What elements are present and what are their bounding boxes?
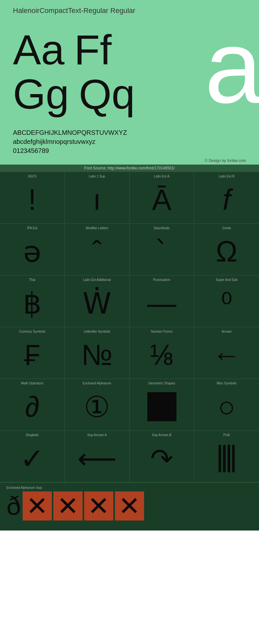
glyph-label-latinextb: Latin Ext B: [197, 175, 256, 178]
glyph-char-suparrowsa: ⟵: [68, 438, 126, 479]
glyph-label-currency: Currency Symbols: [3, 330, 61, 333]
glyph-cell-diacriticals: Diacriticals ˋ: [130, 224, 194, 275]
glyph-char-latin1sup: ı: [68, 179, 126, 220]
glyph-char-diacriticals: ˋ: [133, 231, 191, 272]
glyph-cell-latinextadd: Latin Ext Additional Ẇ: [65, 275, 130, 327]
glyph-label-suparrowsb: Sup Arrows B: [133, 433, 191, 437]
vert-bar-1: [219, 445, 221, 472]
hero-char-aa: Aa: [13, 28, 64, 72]
glyph-cell-modletters: Modifier Letters ˆ: [65, 224, 130, 275]
glyph-cell-latin1sup: Latin 1 Sup ı: [65, 172, 130, 224]
enc-sup-label: Enclosed Alphanum Sup: [0, 486, 259, 491]
glyph-cell-greek: Greek Ω: [194, 224, 259, 275]
alphabet-lowercase: abcdefghijklmnopqrstuvwxyz: [13, 137, 246, 146]
glyph-label-pua: PUA: [197, 433, 256, 437]
glyph-char-ipaext: ə: [3, 231, 61, 272]
glyph-cell-superandsub: Super And Sub ⁰: [194, 275, 259, 327]
copyright-line: © Design by fontke.com: [0, 157, 259, 165]
hero-char-gg: Gg: [13, 72, 69, 116]
enc-sup-char-2: ✕: [53, 491, 83, 521]
hero-row-1: Aa Ff: [13, 28, 135, 72]
glyph-char-numberforms: ⅛: [133, 335, 191, 375]
glyph-cell-latinexta: Latin Ext A Ā: [130, 172, 194, 224]
glyph-cell-miscsymbols: Misc Symbols ○: [194, 379, 259, 431]
glyph-cell-arrows: Arrows ←: [194, 327, 259, 379]
glyph-label-suparrowsa: Sup Arrows A: [68, 433, 126, 437]
glyph-char-superandsub: ⁰: [197, 283, 256, 324]
enc-sup-chars: ð ✕ ✕ ✕ ✕: [0, 491, 259, 521]
enc-alphanum-sup-section: Enclosed Alphanum Sup ð ✕ ✕ ✕ ✕: [0, 482, 259, 531]
glyph-cell-latinextb: Latin Ext B f: [194, 172, 259, 224]
hero-char-ff: Ff: [74, 28, 112, 72]
glyph-char-arrows: ←: [197, 335, 256, 375]
glyph-cell-ipaext: IPA Ext ə: [0, 224, 65, 275]
glyph-cell-dingbats: Dingbats ✓: [0, 431, 65, 482]
glyph-char-encalphanum: ①: [68, 386, 126, 427]
glyph-cell-encalphanum: Enclosed Alphanum ①: [65, 379, 130, 431]
glyph-char-geoshapes: [133, 386, 191, 427]
glyph-char-punctuation: —: [133, 283, 191, 324]
glyph-label-ipaext: IPA Ext: [3, 226, 61, 230]
glyph-char-greek: Ω: [197, 231, 256, 272]
enc-sup-char-1: ✕: [23, 491, 52, 521]
glyph-char-latinextb: f: [197, 179, 256, 220]
glyph-cell-suparrowsa: Sup Arrows A ⟵: [65, 431, 130, 482]
hero-left: Aa Ff Gg Qq: [0, 21, 135, 122]
glyph-cell-pua: PUA: [194, 431, 259, 482]
glyph-label-numberforms: Number Forms: [133, 330, 191, 333]
glyph-cell-letterlike: Letterlike Symbols №: [65, 327, 130, 379]
glyph-grid: ASCII ! Latin 1 Sup ı Latin Ext A Ā Lati…: [0, 172, 259, 482]
glyph-char-thai: ฿: [3, 283, 61, 324]
glyph-char-dingbats: ✓: [3, 438, 61, 479]
glyph-label-encalphanum: Enclosed Alphanum: [68, 381, 126, 385]
glyph-label-latinexta: Latin Ext A: [133, 175, 191, 178]
glyph-cell-punctuation: Punctuation —: [130, 275, 194, 327]
glyph-label-ascii: ASCII: [3, 175, 61, 178]
glyph-label-mathops: Math Operators: [3, 381, 61, 385]
glyph-label-thai: Thai: [3, 278, 61, 282]
vert-bar-3: [228, 445, 230, 472]
enc-sup-char-3: ✕: [84, 491, 113, 521]
filled-square-icon: [147, 392, 176, 421]
vert-bar-2: [223, 445, 226, 472]
glyph-label-latinextadd: Latin Ext Additional: [68, 278, 126, 282]
glyph-char-mathops: ∂: [3, 386, 61, 427]
glyph-cell-ascii: ASCII !: [0, 172, 65, 224]
glyph-char-currency: ₣: [3, 335, 61, 375]
glyph-char-latinexta: Ā: [133, 179, 191, 220]
glyph-cell-suparrowsb: Sup Arrows B ↷: [130, 431, 194, 482]
glyph-cell-mathops: Math Operators ∂: [0, 379, 65, 431]
header-section: HalenoirCompactText-Regular Regular: [0, 0, 259, 21]
glyph-char-modletters: ˆ: [68, 231, 126, 272]
glyph-label-dingbats: Dingbats: [3, 433, 61, 437]
glyph-char-pua: [197, 438, 256, 479]
alphabet-numbers: 0123456789: [13, 146, 246, 155]
hero-char-big-a: a: [205, 21, 259, 118]
glyph-label-geoshapes: Geometric Shapes: [133, 381, 191, 385]
glyph-label-punctuation: Punctuation: [133, 278, 191, 282]
glyph-char-latinextadd: Ẇ: [68, 283, 126, 324]
glyph-label-letterlike: Letterlike Symbols: [68, 330, 126, 333]
glyph-label-arrows: Arrows: [197, 330, 256, 333]
glyph-cell-numberforms: Number Forms ⅛: [130, 327, 194, 379]
alphabet-uppercase: ABCDEFGHIJKLMNOPQRSTUVWXYZ: [13, 128, 246, 137]
alphabet-section: ABCDEFGHIJKLMNOPQRSTUVWXYZ abcdefghijklm…: [0, 122, 259, 157]
glyph-char-ascii: !: [3, 179, 61, 220]
glyph-cell-thai: Thai ฿: [0, 275, 65, 327]
hero-char-qq: Qq: [79, 72, 135, 116]
enc-sup-char-0: ð: [6, 491, 21, 521]
glyph-cell-geoshapes: Geometric Shapes: [130, 379, 194, 431]
glyph-char-letterlike: №: [68, 335, 126, 375]
glyph-label-greek: Greek: [197, 226, 256, 230]
hero-area: Aa Ff Gg Qq a: [0, 21, 259, 122]
glyph-char-suparrowsb: ↷: [133, 438, 191, 479]
glyph-label-miscsymbols: Misc Symbols: [197, 381, 256, 385]
vert-bar-4: [232, 445, 235, 472]
glyph-label-modletters: Modifier Letters: [68, 226, 126, 230]
glyph-label-diacriticals: Diacriticals: [133, 226, 191, 230]
glyph-char-miscsymbols: ○: [197, 386, 256, 427]
vert-bars-icon: [219, 444, 235, 473]
font-source-bar: Font Source: http://www.fontke.com/font/…: [0, 165, 259, 172]
hero-row-2: Gg Qq: [13, 72, 135, 116]
glyph-label-latin1sup: Latin 1 Sup: [68, 175, 126, 178]
